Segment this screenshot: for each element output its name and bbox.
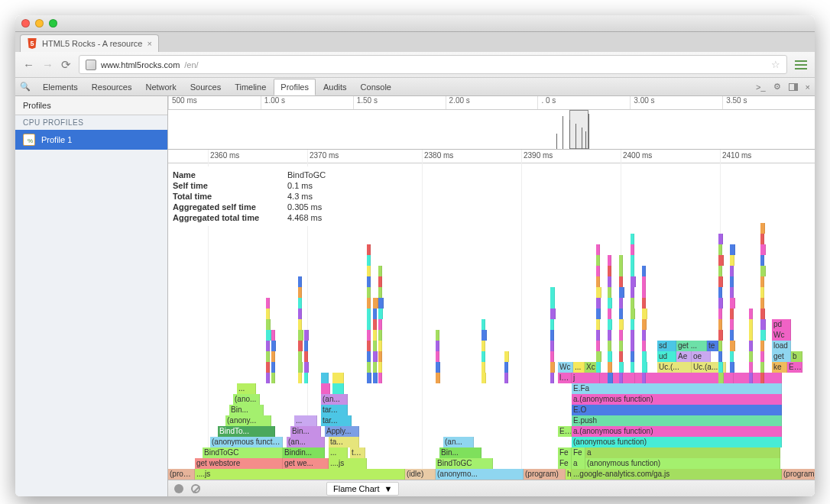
flame-bar[interactable]	[760, 309, 765, 319]
flame-bar[interactable]	[631, 244, 634, 255]
flame-bar[interactable]	[332, 373, 344, 383]
flame-bar[interactable]	[642, 341, 646, 351]
flame-bar[interactable]	[298, 330, 303, 341]
flame-bar[interactable]	[550, 309, 556, 319]
flame-bar[interactable]	[304, 341, 308, 351]
flame-bar[interactable]	[596, 276, 600, 287]
flame-bar[interactable]	[266, 373, 270, 383]
tab-console[interactable]: Console	[355, 79, 397, 95]
flame-bar[interactable]	[642, 319, 647, 330]
flame-bar[interactable]	[367, 319, 371, 330]
flame-bar[interactable]	[760, 330, 766, 341]
flame-bar[interactable]	[378, 319, 382, 330]
flame-bar[interactable]	[760, 255, 764, 266]
flame-bar[interactable]	[760, 362, 764, 373]
flame-bar[interactable]	[730, 298, 735, 309]
flame-bar[interactable]	[367, 309, 371, 319]
flame-bar[interactable]	[608, 309, 611, 319]
flame-bar[interactable]	[367, 276, 371, 287]
flame-bar[interactable]: h...	[566, 469, 572, 480]
browser-tab[interactable]: HTML5 Rocks - A resource ×	[20, 34, 159, 52]
flame-bar[interactable]	[367, 287, 371, 298]
flame-bar[interactable]	[373, 298, 378, 309]
flame-bar[interactable]: ta...	[350, 447, 365, 458]
flame-bar[interactable]	[436, 341, 439, 351]
flame-bar[interactable]	[749, 362, 753, 373]
flame-bar[interactable]	[436, 330, 439, 341]
flame-bar[interactable]	[760, 351, 764, 362]
flame-bar[interactable]	[596, 330, 600, 341]
flame-bar[interactable]	[367, 373, 371, 383]
url-field[interactable]: www.html5rocks.com/en/ ☆	[79, 55, 787, 74]
flame-bar[interactable]	[619, 309, 623, 319]
flame-bar[interactable]	[749, 341, 753, 351]
flame-bar[interactable]	[436, 362, 440, 373]
flame-bar[interactable]	[631, 341, 634, 351]
flame-bar[interactable]: get	[772, 351, 791, 362]
flame-bar[interactable]	[298, 351, 302, 362]
flame-bar[interactable]	[760, 244, 766, 255]
dock-icon[interactable]	[789, 83, 798, 91]
flame-bar[interactable]	[436, 373, 440, 383]
flame-bar[interactable]: ...	[237, 383, 256, 394]
flame-bar[interactable]	[373, 362, 377, 373]
flame-bar[interactable]: BindTo...	[218, 426, 275, 437]
flame-bar[interactable]: (anonymous function)	[585, 458, 780, 469]
flame-bar[interactable]	[271, 341, 276, 351]
flame-bar[interactable]: ....js	[195, 469, 405, 480]
flame-bar[interactable]: load	[558, 373, 572, 383]
flame-bar[interactable]	[550, 373, 554, 383]
flame-bar[interactable]	[298, 309, 302, 319]
flame-bar[interactable]	[596, 341, 600, 351]
flame-bar[interactable]	[760, 298, 764, 309]
flame-bar[interactable]	[642, 309, 647, 319]
flame-bar[interactable]: (prog...	[168, 469, 195, 480]
flame-bar[interactable]: get ...	[676, 341, 707, 351]
flame-bar[interactable]	[760, 234, 764, 244]
flame-bar[interactable]	[631, 362, 634, 373]
overview-timeline[interactable]: 500 ms1.00 s1.50 s2.00 s . 0 s3.00 s3.50…	[168, 96, 815, 150]
flame-bar[interactable]	[550, 298, 555, 309]
flame-bar[interactable]: ...	[573, 362, 585, 373]
flame-bar[interactable]	[718, 373, 724, 383]
flame-bar[interactable]	[321, 383, 330, 394]
flame-bar[interactable]: a.(anonymous function)	[572, 426, 782, 437]
flame-bar[interactable]	[481, 362, 485, 373]
view-mode-select[interactable]: Flame Chart ▼	[326, 482, 399, 496]
flame-bar[interactable]	[378, 341, 382, 351]
flame-bar[interactable]	[718, 276, 723, 287]
flame-bar[interactable]: ke	[772, 362, 787, 373]
flame-bar[interactable]: BindToGC	[203, 447, 283, 458]
console-drawer-icon[interactable]: >_	[756, 82, 766, 92]
flame-bar[interactable]	[642, 298, 646, 309]
flame-bar[interactable]	[373, 330, 377, 341]
flame-bar[interactable]: te	[707, 341, 718, 351]
flame-bar[interactable]	[619, 287, 624, 298]
tab-timeline[interactable]: Timeline	[229, 79, 272, 95]
flame-bar[interactable]	[718, 330, 723, 341]
flame-bar[interactable]	[550, 287, 555, 298]
flame-bar[interactable]	[304, 330, 309, 341]
gear-icon[interactable]: ⚙	[773, 82, 781, 92]
flame-bar[interactable]: Ae	[676, 351, 692, 362]
flame-bar[interactable]: (an...	[287, 437, 325, 447]
flame-bar[interactable]	[266, 362, 270, 373]
flame-bar[interactable]	[367, 255, 371, 266]
flame-bar[interactable]: a.(anonymous function)	[572, 394, 782, 405]
flame-bar[interactable]: tar...	[321, 415, 352, 426]
flame-bar[interactable]	[642, 330, 646, 341]
flame-bar[interactable]	[730, 341, 735, 351]
flame-bar[interactable]	[550, 351, 554, 362]
flame-bar[interactable]	[718, 287, 722, 298]
flame-bar[interactable]: Fe	[558, 447, 572, 458]
flame-bar[interactable]	[298, 287, 302, 298]
tab-sources[interactable]: Sources	[184, 79, 227, 95]
flame-bar[interactable]	[298, 373, 302, 383]
flame-bar[interactable]	[504, 351, 509, 362]
flame-bar[interactable]	[481, 341, 485, 351]
flame-bar[interactable]	[608, 341, 611, 351]
flame-bar[interactable]	[304, 351, 308, 362]
flame-bar[interactable]	[631, 234, 634, 244]
flame-bar[interactable]: (program)	[782, 469, 815, 480]
flame-bar[interactable]	[718, 234, 723, 244]
